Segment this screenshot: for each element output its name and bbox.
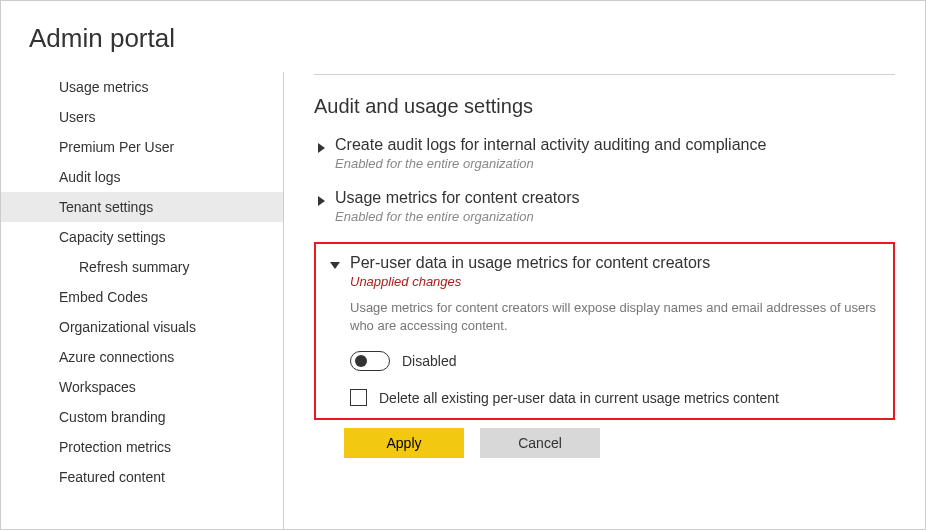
- sidebar-item-organizational-visuals[interactable]: Organizational visuals: [1, 312, 283, 342]
- expand-icon: [318, 143, 325, 153]
- unapplied-label: Unapplied changes: [350, 274, 883, 289]
- sidebar-item-users[interactable]: Users: [1, 102, 283, 132]
- highlight-per-user-setting: Per-user data in usage metrics for conte…: [314, 242, 895, 420]
- setting-description: Usage metrics for content creators will …: [350, 299, 883, 335]
- sidebar-item-embed-codes[interactable]: Embed Codes: [1, 282, 283, 312]
- button-row: Apply Cancel: [314, 428, 895, 458]
- delete-data-checkbox[interactable]: [350, 389, 367, 406]
- sidebar-item-premium-per-user[interactable]: Premium Per User: [1, 132, 283, 162]
- sidebar-item-custom-branding[interactable]: Custom branding: [1, 402, 283, 432]
- sidebar-item-audit-logs[interactable]: Audit logs: [1, 162, 283, 192]
- toggle-knob: [355, 355, 367, 367]
- setting-title: Per-user data in usage metrics for conte…: [350, 254, 883, 272]
- apply-button[interactable]: Apply: [344, 428, 464, 458]
- collapse-icon: [330, 262, 340, 269]
- expand-icon: [318, 196, 325, 206]
- cancel-button[interactable]: Cancel: [480, 428, 600, 458]
- sidebar-item-protection-metrics[interactable]: Protection metrics: [1, 432, 283, 462]
- setting-usage-metrics[interactable]: Usage metrics for content creators Enabl…: [314, 189, 895, 224]
- toggle-label: Disabled: [402, 353, 456, 369]
- setting-title: Create audit logs for internal activity …: [335, 136, 895, 154]
- section-title: Audit and usage settings: [314, 95, 895, 118]
- sidebar-item-tenant-settings[interactable]: Tenant settings: [1, 192, 283, 222]
- sidebar-item-workspaces[interactable]: Workspaces: [1, 372, 283, 402]
- sidebar-item-usage-metrics[interactable]: Usage metrics: [1, 72, 283, 102]
- setting-title: Usage metrics for content creators: [335, 189, 895, 207]
- checkbox-label: Delete all existing per-user data in cur…: [379, 390, 779, 406]
- sidebar: Usage metricsUsersPremium Per UserAudit …: [1, 72, 284, 529]
- page-title: Admin portal: [1, 1, 925, 72]
- setting-per-user[interactable]: Per-user data in usage metrics for conte…: [326, 254, 883, 406]
- setting-audit-logs[interactable]: Create audit logs for internal activity …: [314, 136, 895, 171]
- enable-toggle[interactable]: [350, 351, 390, 371]
- sidebar-item-refresh-summary[interactable]: Refresh summary: [1, 252, 283, 282]
- sidebar-item-azure-connections[interactable]: Azure connections: [1, 342, 283, 372]
- setting-status: Enabled for the entire organization: [335, 209, 895, 224]
- sidebar-item-featured-content[interactable]: Featured content: [1, 462, 283, 492]
- divider: [314, 74, 895, 75]
- sidebar-item-capacity-settings[interactable]: Capacity settings: [1, 222, 283, 252]
- setting-status: Enabled for the entire organization: [335, 156, 895, 171]
- main-panel: Audit and usage settings Create audit lo…: [284, 72, 925, 529]
